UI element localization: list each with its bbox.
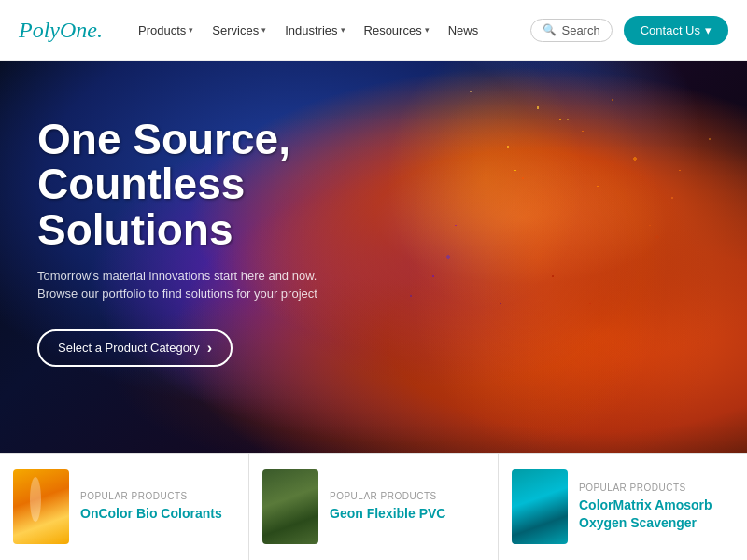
product-card-1[interactable]: Popular Products OnColor Bio Colorants: [0, 454, 249, 560]
popular-label-3: Popular Products: [579, 483, 734, 493]
product-name-1: OnColor Bio Colorants: [80, 505, 235, 522]
hero-section: One Source, Countless Solutions Tomorrow…: [0, 61, 747, 453]
site-logo[interactable]: PolyOne.: [19, 18, 103, 43]
popular-label-1: Popular Products: [80, 491, 235, 501]
chevron-down-icon: ▾: [189, 25, 193, 35]
product-image-1: [13, 469, 69, 544]
product-name-2: Geon Flexible PVC: [330, 505, 485, 522]
product-image-2: [262, 469, 318, 544]
search-box[interactable]: 🔍 Search: [530, 19, 612, 42]
nav-resources[interactable]: Resources ▾: [357, 18, 437, 43]
chevron-down-icon: ▾: [705, 23, 712, 37]
logo-dot: .: [97, 18, 103, 42]
chevron-right-icon: ›: [207, 340, 212, 357]
product-info-3: Popular Products ColorMatrix Amosorb Oxy…: [579, 483, 734, 530]
product-card-3[interactable]: Popular Products ColorMatrix Amosorb Oxy…: [499, 454, 747, 560]
logo-text: PolyOne: [19, 18, 97, 42]
nav-industries[interactable]: Industries ▾: [277, 18, 352, 43]
search-label: Search: [561, 23, 599, 37]
hero-cta-label: Select a Product Category: [58, 341, 200, 355]
chevron-down-icon: ▾: [425, 25, 430, 35]
chevron-down-icon: ▾: [261, 25, 266, 35]
nav-news[interactable]: News: [441, 18, 486, 43]
chevron-down-icon: ▾: [341, 25, 345, 35]
nav-services[interactable]: Services ▾: [204, 18, 274, 43]
product-info-1: Popular Products OnColor Bio Colorants: [80, 491, 235, 522]
product-name-3: ColorMatrix Amosorb Oxygen Scavenger: [579, 497, 734, 530]
contact-button[interactable]: Contact Us ▾: [624, 16, 728, 45]
product-card-2[interactable]: Popular Products Geon Flexible PVC: [249, 454, 499, 560]
hero-subtitle: Tomorrow's material innovations start he…: [37, 267, 336, 303]
hero-title: One Source, Countless Solutions: [37, 117, 383, 252]
nav-products[interactable]: Products ▾: [131, 18, 201, 43]
hero-cta-button[interactable]: Select a Product Category ›: [37, 329, 233, 367]
main-nav: Products ▾ Services ▾ Industries ▾ Resou…: [131, 18, 524, 43]
popular-label-2: Popular Products: [330, 491, 485, 501]
contact-label: Contact Us: [641, 23, 700, 37]
product-info-2: Popular Products Geon Flexible PVC: [330, 491, 485, 522]
search-icon: 🔍: [543, 23, 557, 36]
products-bar: Popular Products OnColor Bio Colorants P…: [0, 453, 747, 560]
product-image-3: [512, 469, 568, 544]
site-header: PolyOne. Products ▾ Services ▾ Industrie…: [0, 0, 747, 61]
hero-content: One Source, Countless Solutions Tomorrow…: [0, 61, 420, 404]
